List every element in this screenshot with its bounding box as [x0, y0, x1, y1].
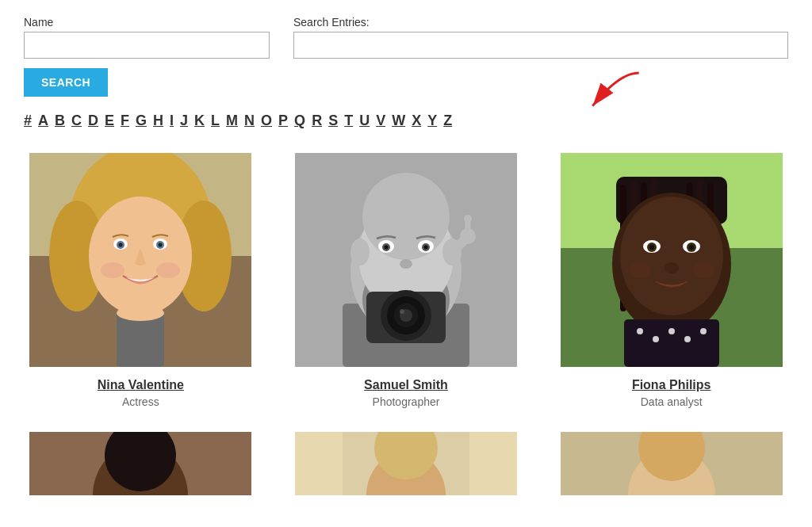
alpha-link-b[interactable]: B — [55, 113, 65, 129]
svg-point-61 — [629, 262, 651, 278]
alpha-link-j[interactable]: J — [180, 113, 188, 129]
profile-photo-partial-3 — [561, 432, 783, 495]
entries-field-group: Search Entries: — [293, 16, 788, 59]
alpha-link-k[interactable]: K — [194, 113, 205, 129]
alpha-link-g[interactable]: G — [136, 113, 147, 129]
alpha-link-t[interactable]: T — [344, 113, 353, 129]
svg-point-64 — [637, 328, 643, 334]
alpha-link-l[interactable]: L — [211, 113, 220, 129]
profiles-grid: Nina Valentine Actress — [24, 153, 788, 506]
alpha-link-u[interactable]: U — [359, 113, 370, 129]
alpha-link-z[interactable]: Z — [443, 113, 452, 129]
profile-photo-nina — [29, 153, 251, 367]
svg-point-15 — [156, 262, 180, 278]
arrow-indicator — [566, 65, 645, 124]
alpha-link-v[interactable]: V — [376, 113, 385, 129]
alpha-link-c[interactable]: C — [71, 113, 82, 129]
profile-card-partial-1 — [24, 432, 258, 506]
alpha-link-i[interactable]: I — [170, 113, 174, 129]
profile-photo-partial-2 — [295, 432, 517, 495]
svg-point-32 — [400, 259, 412, 269]
entries-input[interactable] — [293, 32, 788, 59]
name-label: Name — [24, 16, 270, 29]
profile-name-samuel[interactable]: Samuel Smith — [364, 378, 448, 392]
svg-point-53 — [620, 197, 723, 315]
alpha-link-e[interactable]: E — [105, 113, 114, 129]
svg-point-58 — [649, 245, 654, 250]
alpha-link-a[interactable]: A — [38, 113, 48, 129]
search-button[interactable]: SEARCH — [24, 68, 108, 97]
alpha-link-y[interactable]: Y — [427, 113, 437, 129]
svg-point-23 — [362, 173, 450, 260]
svg-point-31 — [423, 246, 427, 250]
svg-rect-63 — [624, 319, 719, 367]
alpha-link-f[interactable]: F — [121, 113, 129, 129]
profile-role-nina: Actress — [122, 395, 159, 408]
profile-role-fiona: Data analyst — [641, 395, 703, 408]
profile-card-partial-3 — [554, 432, 788, 506]
entries-label: Search Entries: — [293, 16, 788, 29]
svg-point-38 — [400, 309, 404, 314]
profile-role-samuel: Photographer — [373, 395, 440, 408]
profile-photo-fiona — [561, 153, 783, 367]
name-field-group: Name — [24, 16, 270, 59]
alpha-link-n[interactable]: N — [244, 113, 255, 129]
svg-point-59 — [689, 245, 694, 250]
profile-photo-partial-1 — [29, 432, 251, 495]
alpha-link-x[interactable]: X — [412, 113, 421, 129]
svg-point-17 — [117, 305, 164, 321]
svg-point-62 — [692, 262, 714, 278]
profile-photo-samuel — [295, 153, 517, 367]
alpha-link-w[interactable]: W — [392, 113, 405, 129]
search-section: Name Search Entries: SEARCH — [24, 16, 788, 97]
alpha-link-p[interactable]: P — [278, 113, 288, 129]
name-input[interactable] — [24, 32, 270, 59]
svg-point-40 — [464, 215, 472, 223]
alpha-link-h[interactable]: H — [153, 113, 163, 129]
profile-card-partial-2 — [289, 432, 523, 506]
svg-point-14 — [101, 262, 124, 278]
profile-name-fiona[interactable]: Fiona Philips — [632, 378, 711, 392]
search-row: Name Search Entries: — [24, 16, 788, 59]
svg-point-60 — [665, 262, 679, 273]
alpha-link-s[interactable]: S — [328, 113, 338, 129]
svg-point-67 — [684, 336, 691, 342]
profile-card: Fiona Philips Data analyst — [554, 153, 788, 408]
alphabet-nav: #ABCDEFGHIJKLMNOPQRSTUVWXYZ — [24, 113, 788, 129]
alpha-link-d[interactable]: D — [88, 113, 98, 129]
svg-point-24 — [350, 239, 370, 265]
profile-card: Nina Valentine Actress — [24, 153, 258, 408]
svg-point-68 — [700, 328, 707, 334]
alpha-link-o[interactable]: O — [261, 113, 272, 129]
alpha-link-hash[interactable]: # — [24, 113, 32, 129]
alpha-link-m[interactable]: M — [226, 113, 238, 129]
search-button-row: SEARCH — [24, 68, 788, 97]
svg-point-13 — [159, 243, 163, 247]
svg-point-30 — [384, 246, 388, 250]
svg-point-65 — [653, 336, 659, 342]
profile-card: Samuel Smith Photographer — [289, 153, 523, 408]
alpha-link-q[interactable]: Q — [294, 113, 305, 129]
svg-point-12 — [119, 243, 123, 247]
svg-point-66 — [668, 328, 675, 334]
alpha-link-r[interactable]: R — [312, 113, 322, 129]
profile-name-nina[interactable]: Nina Valentine — [98, 378, 184, 392]
